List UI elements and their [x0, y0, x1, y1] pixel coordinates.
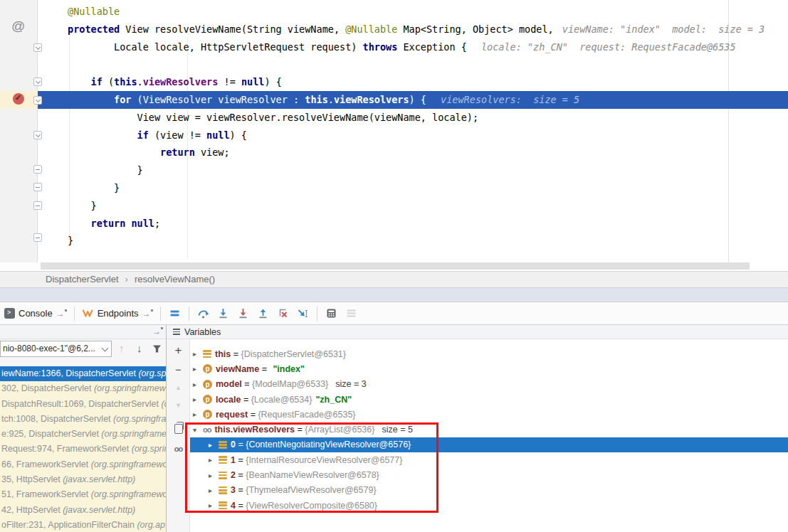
- remove-watch-button[interactable]: −: [167, 363, 190, 376]
- param-icon: p: [203, 364, 212, 373]
- chevron-right-icon[interactable]: ▸: [193, 365, 203, 373]
- step-into-button[interactable]: [216, 306, 230, 321]
- code-line: View view = viewResolver.resolveViewName…: [38, 109, 788, 127]
- stack-frame-row[interactable]: iewName:1366, DispatcherServlet (org.sp: [0, 366, 166, 381]
- chevron-right-icon[interactable]: ▸: [209, 501, 219, 509]
- tab-console[interactable]: Console →: [4, 308, 67, 319]
- horizontal-scrollbar-thumb[interactable]: [41, 262, 750, 270]
- chevron-right-icon[interactable]: ▸: [193, 381, 203, 388]
- fold-marker-icon[interactable]: [33, 43, 42, 52]
- stack-frame-row[interactable]: 35, HttpServlet (javax.servlet.http): [0, 472, 166, 487]
- code-line: }: [38, 179, 788, 197]
- previous-frame-button[interactable]: ↑: [119, 341, 125, 356]
- variables-panel-title: Variables: [184, 327, 221, 337]
- chevron-right-icon[interactable]: ▸: [193, 395, 203, 403]
- fold-marker-icon[interactable]: [33, 183, 42, 191]
- show-execution-point-button[interactable]: [168, 306, 182, 321]
- fold-marker-icon[interactable]: [33, 78, 42, 86]
- variables-tree: ▸this = {DispatcherServlet@6531}▸pviewNa…: [190, 339, 788, 532]
- move-watch-up-button[interactable]: ▲: [167, 384, 190, 391]
- variable-row-locale[interactable]: ▸plocale = {Locale@6534}"zh_CN": [190, 392, 788, 407]
- stack-frame-row[interactable]: DispatchResult:1069, DispatcherServlet (…: [0, 397, 166, 412]
- variable-row-viewName[interactable]: ▸pviewName = "index": [190, 361, 788, 376]
- inline-debug-hint: viewName: "index" model: size = 3: [562, 23, 765, 35]
- float-window-icon: →: [142, 309, 153, 319]
- execution-line: for (ViewResolver viewResolver : this.vi…: [38, 91, 788, 109]
- trace-stream-chain-button[interactable]: [345, 306, 358, 321]
- breadcrumb-separator: ›: [125, 274, 128, 284]
- variable-row-1[interactable]: ▸1 = {InternalResourceViewResolver@6577}: [190, 452, 788, 467]
- stack-frame-row[interactable]: 302, DispatcherServlet (org.springframew: [0, 381, 166, 396]
- drop-frame-icon: [277, 307, 289, 319]
- next-frame-button[interactable]: ↓: [137, 341, 142, 356]
- step-out-icon: [257, 307, 269, 319]
- chevron-right-icon[interactable]: ▸: [209, 441, 219, 449]
- chevron-right-icon[interactable]: ▸: [209, 472, 219, 479]
- code-line: }: [38, 232, 788, 250]
- breadcrumb-class[interactable]: DispatcherServlet: [46, 274, 119, 284]
- variable-row-4[interactable]: ▸4 = {ViewResolverComposite@6580}: [190, 498, 788, 513]
- chevron-right-icon[interactable]: ▸: [209, 486, 219, 494]
- fold-marker-icon[interactable]: [33, 165, 42, 174]
- show-execution-point-icon: [169, 307, 181, 319]
- param-icon: p: [203, 395, 212, 404]
- force-step-into-icon: [237, 307, 249, 319]
- frames-panel-header: →: [0, 325, 166, 339]
- endpoints-tab-label: Endpoints: [98, 308, 139, 319]
- code-line: return null;: [38, 215, 788, 233]
- chevron-right-icon[interactable]: ▸: [209, 456, 219, 464]
- variable-row-this[interactable]: ▸this = {DispatcherServlet@6531}: [190, 346, 788, 361]
- pin-icon[interactable]: →: [152, 326, 163, 336]
- frames-filter-button[interactable]: [152, 343, 162, 357]
- fold-marker-icon[interactable]: [33, 201, 42, 210]
- drop-frame-button[interactable]: [276, 306, 290, 321]
- variable-row-model[interactable]: ▸pmodel = {ModelMap@6533}size = 3: [190, 377, 788, 392]
- stack-frame-row[interactable]: 51, FrameworkServlet (org.springframewo: [0, 487, 166, 502]
- stack-frame-row[interactable]: e:925, DispatcherServlet (org.springfram…: [0, 427, 166, 442]
- variable-row-this.viewResolvers[interactable]: ▾oothis.viewResolvers = {ArrayList@6536}…: [190, 422, 788, 437]
- variable-row-request[interactable]: ▸prequest = {RequestFacade@6535}: [190, 407, 788, 422]
- move-watch-down-button[interactable]: ▼: [167, 402, 190, 409]
- stack-frame-row[interactable]: 42, HttpServlet (javax.servlet.http): [0, 503, 166, 518]
- fold-marker-icon[interactable]: [33, 233, 42, 242]
- run-to-cursor-icon: [297, 307, 309, 319]
- code-line: if (this.viewResolvers != null) {: [38, 73, 788, 91]
- chevron-down-icon[interactable]: ▾: [193, 426, 203, 434]
- evaluate-expression-icon: [325, 307, 337, 319]
- step-over-button[interactable]: [196, 306, 210, 321]
- param-icon: p: [203, 380, 212, 389]
- fold-marker-icon[interactable]: [33, 96, 42, 105]
- variable-row-2[interactable]: ▸2 = {BeanNameViewResolver@6578}: [190, 467, 788, 482]
- thread-selector-dropdown[interactable]: nio-8080-exec-1"@6,2...: [0, 341, 112, 357]
- step-out-button[interactable]: [256, 306, 270, 321]
- inline-debug-hint: locale: "zh_CN" request: RequestFacade@6…: [481, 41, 736, 53]
- stack-frame-row[interactable]: oFilter:231, ApplicationFilterChain (org…: [0, 518, 166, 532]
- funnel-icon: [152, 344, 162, 353]
- step-into-icon: [217, 307, 229, 319]
- add-watch-button[interactable]: +: [167, 344, 190, 358]
- tab-endpoints[interactable]: Endpoints →: [82, 308, 153, 319]
- breadcrumb: DispatcherServlet›resolveViewName(): [0, 271, 788, 287]
- duplicate-watch-button[interactable]: [167, 424, 190, 437]
- breakpoint-icon[interactable]: [13, 93, 24, 105]
- fold-marker-icon[interactable]: [33, 131, 42, 139]
- code-lines: @Nullableprotected View resolveViewName(…: [38, 3, 788, 250]
- page-root: @ @Nullableprotected View resolveViewNam…: [0, 0, 788, 532]
- stack-frame-row[interactable]: tch:1008, DispatcherServlet (org.springf…: [0, 412, 166, 427]
- code-line: }: [38, 197, 788, 215]
- force-step-into-button[interactable]: [236, 306, 250, 321]
- variable-row-3[interactable]: ▸3 = {ThymeleafViewResolver@6579}: [190, 483, 788, 498]
- frames-list: iewName:1366, DispatcherServlet (org.sp3…: [0, 366, 166, 532]
- stack-frame-row[interactable]: 66, FrameworkServlet (org.springframewo: [0, 457, 166, 472]
- code-line: protected View resolveViewName(String vi…: [38, 21, 788, 38]
- endpoints-icon: [82, 308, 94, 319]
- evaluate-expression-button[interactable]: [325, 306, 338, 321]
- stack-frame-row[interactable]: Request:974, FrameworkServlet (org.sprin: [0, 442, 166, 457]
- toolbar-separator: [160, 307, 161, 321]
- chevron-right-icon[interactable]: ▸: [193, 350, 203, 358]
- chevron-right-icon[interactable]: ▸: [193, 410, 203, 418]
- show-watches-toggle[interactable]: oo: [167, 445, 190, 453]
- breadcrumb-method[interactable]: resolveViewName(): [135, 274, 215, 284]
- variable-row-0[interactable]: ▸0 = {ContentNegotiatingViewResolver@657…: [190, 437, 788, 452]
- run-to-cursor-button[interactable]: [296, 306, 310, 321]
